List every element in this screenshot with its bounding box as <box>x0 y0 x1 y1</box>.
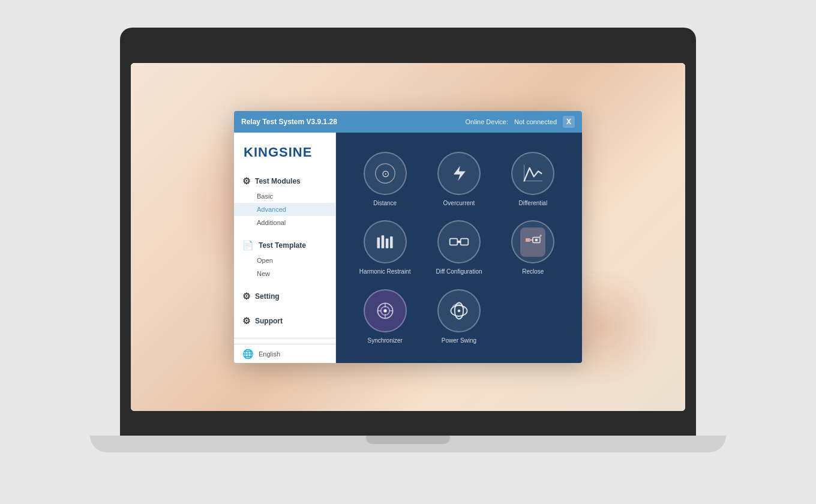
app-window: Relay Test System V3.9.1.28 Online Devic… <box>234 111 582 363</box>
diffconfig-icon <box>448 231 470 253</box>
connection-status: Not connected <box>514 118 557 125</box>
reclose-icon <box>524 231 542 249</box>
sidebar-sub-advanced[interactable]: Advanced <box>234 203 335 216</box>
distance-label: Distance <box>373 200 397 206</box>
svg-rect-5 <box>381 236 384 249</box>
module-differential[interactable]: Differential <box>511 152 554 206</box>
svg-rect-4 <box>377 238 380 248</box>
title-bar-right: Online Device: Not connected X <box>466 116 575 128</box>
svg-point-18 <box>383 309 386 312</box>
sidebar-sub-additional[interactable]: Additional <box>234 216 335 229</box>
logo: KINGSINE <box>234 133 335 169</box>
test-modules-section: ⚙ Test Modules Basic Advanced Additional <box>234 169 335 233</box>
reclose-label: Reclose <box>522 268 544 275</box>
laptop-hinge <box>366 436 450 444</box>
laptop-base <box>90 436 726 452</box>
language-icon: 🌐 <box>242 349 254 358</box>
setting-label: Setting <box>255 292 280 301</box>
language-label: English <box>259 350 280 358</box>
setting-section: ⚙ Setting <box>234 284 335 308</box>
reclose-icon-inner <box>520 227 545 257</box>
app-body: KINGSINE ⚙ Test Modules Basic Advanced A… <box>234 133 582 363</box>
online-label: Online Device: <box>466 118 509 125</box>
test-template-icon: 📄 <box>242 241 254 250</box>
sidebar: KINGSINE ⚙ Test Modules Basic Advanced A… <box>234 133 336 363</box>
laptop-shell: Relay Test System V3.9.1.28 Online Devic… <box>120 28 696 436</box>
diffconfig-label: Diff Configuration <box>436 268 482 275</box>
close-button[interactable]: X <box>563 116 575 128</box>
powerswing-icon <box>448 300 470 322</box>
reclose-icon-circle <box>511 220 554 263</box>
support-icon: ⚙ <box>242 316 250 325</box>
setting-icon: ⚙ <box>242 292 250 301</box>
svg-rect-6 <box>386 239 389 248</box>
svg-rect-7 <box>390 236 393 248</box>
module-power-swing[interactable]: Power Swing <box>437 289 481 344</box>
overcurrent-label: Overcurrent <box>443 200 475 206</box>
sidebar-item-setting[interactable]: ⚙ Setting <box>234 287 335 305</box>
module-overcurrent[interactable]: Overcurrent <box>437 152 481 206</box>
svg-rect-8 <box>450 239 458 245</box>
harmonic-icon-circle <box>364 220 407 263</box>
overcurrent-icon-circle <box>437 152 481 195</box>
test-modules-icon: ⚙ <box>242 176 250 185</box>
distance-icon: ⊙ <box>374 163 396 184</box>
svg-text:⊙: ⊙ <box>381 168 389 179</box>
harmonic-label: Harmonic Restraint <box>359 268 411 275</box>
diffconfig-icon-circle <box>437 220 481 263</box>
module-harmonic-restraint[interactable]: Harmonic Restraint <box>359 220 411 275</box>
laptop-screen: Relay Test System V3.9.1.28 Online Devic… <box>131 63 685 411</box>
svg-point-11 <box>458 241 461 244</box>
synchronizer-icon <box>374 300 396 322</box>
module-distance[interactable]: ⊙ Distance <box>364 152 407 206</box>
module-synchronizer[interactable]: Synchronizer <box>364 289 407 344</box>
differential-icon <box>522 163 544 184</box>
sidebar-item-test-template[interactable]: 📄 Test Template <box>234 236 335 254</box>
language-selector[interactable]: 🌐 English <box>234 344 335 363</box>
overcurrent-icon <box>448 163 470 184</box>
test-template-section: 📄 Test Template Open New <box>234 233 335 284</box>
sidebar-item-test-modules[interactable]: ⚙ Test Modules <box>234 172 335 190</box>
differential-icon-circle <box>511 152 554 195</box>
test-modules-label: Test Modules <box>255 177 301 185</box>
screen-background: Relay Test System V3.9.1.28 Online Devic… <box>131 63 685 411</box>
synchronizer-icon-circle <box>364 289 407 332</box>
app-title: Relay Test System V3.9.1.28 <box>241 118 337 126</box>
distance-icon-circle: ⊙ <box>364 152 407 195</box>
laptop-base-wrapper <box>90 436 726 452</box>
synchronizer-label: Synchronizer <box>367 337 402 344</box>
sidebar-sub-new[interactable]: New <box>234 267 335 280</box>
sidebar-divider <box>234 338 335 338</box>
module-diff-configuration[interactable]: Diff Configuration <box>436 220 482 275</box>
title-bar: Relay Test System V3.9.1.28 Online Devic… <box>234 111 582 133</box>
powerswing-label: Power Swing <box>442 337 476 344</box>
support-section: ⚙ Support <box>234 308 335 333</box>
svg-point-25 <box>458 310 461 313</box>
differential-label: Differential <box>519 200 548 206</box>
sidebar-sub-basic[interactable]: Basic <box>234 190 335 203</box>
svg-point-15 <box>535 239 538 242</box>
test-template-label: Test Template <box>259 241 306 250</box>
sidebar-sub-open[interactable]: Open <box>234 254 335 267</box>
module-reclose[interactable]: Reclose <box>511 220 554 275</box>
sidebar-item-support[interactable]: ⚙ Support <box>234 312 335 329</box>
svg-rect-9 <box>461 239 469 245</box>
svg-rect-12 <box>526 238 530 242</box>
harmonic-icon <box>374 231 396 253</box>
powerswing-icon-circle <box>437 289 481 332</box>
support-label: Support <box>255 317 283 325</box>
module-grid: ⊙ Distance <box>336 133 582 363</box>
